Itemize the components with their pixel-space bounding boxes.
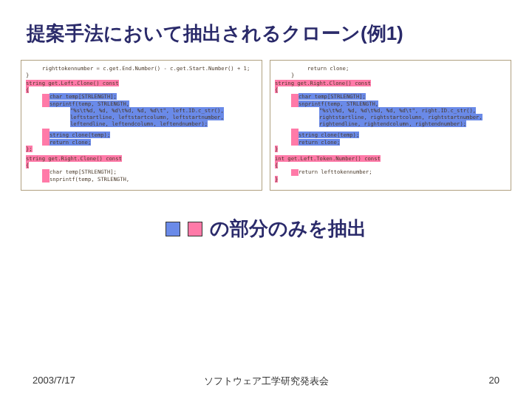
hl-blue: snprintf(temp, STRLENGTH, [50,100,129,107]
hl-pink-thin [291,100,299,107]
footer-date: 2003/7/17 [33,375,75,386]
code-line: snprintf(temp, STRLENGTH, [26,100,257,108]
slide-title: 提案手法において抽出されるクローン(例1) [0,0,532,60]
code-line: string get.Right.Clone() const [275,80,506,86]
hl-pink: string get.Right.Clone() const [26,155,122,162]
code-line: rightstartline, rightstartcolumn, rights… [275,114,506,120]
code-line: leftstartline, leftstartcolumn, leftstar… [26,114,257,120]
code-line: } [275,176,506,183]
hl-pink-thin [291,139,299,146]
hl-blue: snprintf(temp, STRLENGTH, [299,100,378,107]
footer-page: 20 [489,375,499,386]
code-line: string clone(temp); [275,132,506,139]
hl-pink-thin [42,132,50,139]
hl-pink-thin [291,169,299,176]
code-text: char temp[STRLENGTH]; [50,168,117,175]
code-line: return lefttokennumber; [275,168,506,176]
hl-pink-thin [42,169,50,176]
hl-pink-thin [291,94,299,100]
code-line: char temp[STRLENGTH]; [26,168,257,176]
code-line: { [26,86,257,93]
legend-row: の部分のみを抽出 [0,216,532,242]
hl-blue: "%s\t%d, %d, %d\t%d, %d, %d\t", right.ID… [319,107,476,114]
hl-pink: } [275,146,278,152]
code-line: rightendline, rightendcolumn, rightendnu… [275,120,506,127]
hl-blue: "%s\t%d, %d, %d\t%d, %d, %d\t", left.ID.… [70,107,224,114]
code-line: "%s\t%d, %d, %d\t%d, %d, %d\t", right.ID… [275,107,506,114]
code-line: string get.Right.Clone() const [26,155,257,162]
code-line: } [275,146,506,152]
hl-pink: int get.Left.Token.Number() const [275,155,381,162]
hl-blue: string clone(temp); [50,132,110,138]
hl-blue: char temp[STRLENGTH]; [299,93,366,100]
hl-pink-thin [291,132,299,139]
legend-square-pink [188,222,202,236]
hl-pink: { [275,86,278,93]
hl-blue: leftstartline, leftstartcolumn, leftstar… [70,114,224,120]
code-line: leftendline, leftendcolumn, leftendnumbe… [26,120,257,127]
slide-footer: 2003/7/17 ソフトウェア工学研究発表会 20 [0,375,532,386]
legend-square-blue [166,222,180,236]
hl-pink: { [26,86,29,93]
hl-blue: rightendline, rightendcolumn, rightendnu… [319,120,466,127]
code-line: } [275,72,506,78]
code-line: string clone(temp); [26,132,257,139]
code-line: string get.Left.Clone() const [26,80,257,86]
hl-pink-thin [42,100,50,107]
code-text: return lefttokennumber; [299,168,372,175]
hl-blue: string clone(temp); [299,132,359,138]
code-line: char temp[STRLENGTH]; [275,93,506,100]
code-line: snprintf(temp, STRLENGTH, [275,100,506,108]
hl-pink: } [275,176,278,183]
code-line: return clone; [275,139,506,146]
code-line: int get.Left.Token.Number() const [275,155,506,162]
hl-pink-thin [42,176,50,183]
hl-pink: }; [26,146,33,152]
code-panels: righttokennumber = c.get.End.Number() - … [0,60,532,191]
hl-blue: return clone; [299,139,340,146]
hl-pink: { [275,162,278,168]
hl-blue: char temp[STRLENGTH]; [50,93,117,100]
code-line: return clone; [26,139,257,146]
code-line: char temp[STRLENGTH]; [26,93,257,100]
code-line: righttokennumber = c.get.End.Number() - … [26,65,257,72]
code-text: snprintf(temp, STRLENGTH, [50,176,129,183]
hl-pink-thin [42,94,50,100]
code-right: return clone; } string get.Right.Clone()… [270,60,511,191]
footer-venue: ソフトウェア工学研究発表会 [204,375,329,388]
hl-pink: { [26,162,29,168]
hl-blue: rightstartline, rightstartcolumn, rights… [319,114,482,120]
hl-blue: leftendline, leftendcolumn, leftendnumbe… [70,120,208,127]
code-line: { [275,86,506,93]
code-left: righttokennumber = c.get.End.Number() - … [21,60,262,191]
code-line: } [26,72,257,78]
code-line: }; [26,146,257,152]
legend-text: の部分のみを抽出 [210,216,366,242]
code-line: { [275,162,506,168]
hl-blue: return clone; [50,139,91,146]
hl-pink-thin [42,139,50,146]
code-line: "%s\t%d, %d, %d\t%d, %d, %d\t", left.ID.… [26,107,257,114]
hl-pink: string get.Right.Clone() const [275,80,371,86]
hl-pink: string get.Left.Clone() const [26,80,119,86]
code-line: return clone; [275,65,506,72]
code-line: { [26,162,257,168]
code-line: snprintf(temp, STRLENGTH, [26,176,257,183]
